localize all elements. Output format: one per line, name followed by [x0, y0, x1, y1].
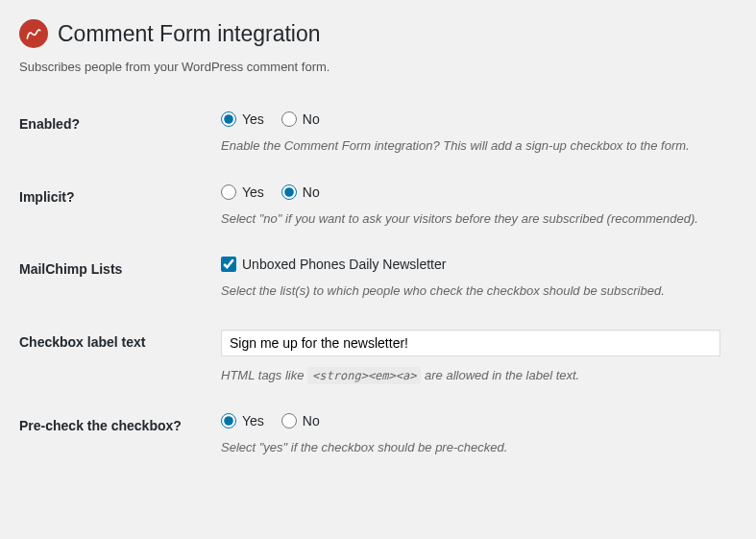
enabled-label: Enabled?	[19, 97, 211, 170]
precheck-no-option[interactable]: No	[281, 413, 320, 429]
precheck-yes-option[interactable]: Yes	[221, 413, 264, 429]
implicit-no-option[interactable]: No	[281, 184, 320, 200]
enabled-no-radio[interactable]	[281, 111, 297, 127]
checkbox-text-input[interactable]	[221, 330, 720, 356]
implicit-no-label: No	[303, 184, 320, 200]
checkbox-text-label: Checkbox label text	[19, 315, 211, 400]
list-option[interactable]: Unboxed Phones Daily Newsletter	[221, 257, 727, 272]
enabled-yes-radio[interactable]	[221, 111, 236, 127]
precheck-yes-label: Yes	[242, 413, 264, 429]
page-subtitle: Subscribes people from your WordPress co…	[19, 60, 737, 74]
implicit-yes-radio[interactable]	[221, 184, 236, 200]
precheck-description: Select "yes" if the checkbox should be p…	[221, 438, 727, 457]
enabled-description: Enable the Comment Form integration? Thi…	[221, 136, 727, 156]
lists-description: Select the list(s) to which people who c…	[221, 282, 727, 301]
precheck-label: Pre-check the checkbox?	[19, 399, 211, 472]
precheck-no-radio[interactable]	[281, 413, 297, 429]
precheck-no-label: No	[303, 413, 320, 429]
implicit-yes-label: Yes	[242, 184, 264, 200]
list-item-label: Unboxed Phones Daily Newsletter	[242, 257, 446, 272]
checkbox-text-description: HTML tags like <strong><em><a> are allow…	[221, 366, 727, 385]
list-checkbox[interactable]	[221, 257, 236, 272]
implicit-description: Select "no" if you want to ask your visi…	[221, 209, 727, 229]
enabled-yes-label: Yes	[242, 111, 264, 127]
implicit-no-radio[interactable]	[281, 184, 297, 200]
page-header: Comment Form integration	[19, 19, 737, 48]
implicit-yes-option[interactable]: Yes	[221, 184, 264, 200]
settings-form: Enabled? Yes No Enable the Comment Form …	[19, 97, 737, 472]
enabled-no-option[interactable]: No	[281, 111, 320, 127]
allowed-tags-code: <strong><em><a>	[307, 367, 421, 384]
enabled-no-label: No	[303, 111, 320, 127]
page-title: Comment Form integration	[58, 21, 321, 47]
lists-label: MailChimp Lists	[19, 242, 211, 315]
precheck-yes-radio[interactable]	[221, 413, 236, 429]
enabled-yes-option[interactable]: Yes	[221, 111, 264, 127]
implicit-label: Implicit?	[19, 170, 211, 243]
mailchimp-logo-icon	[19, 19, 48, 48]
